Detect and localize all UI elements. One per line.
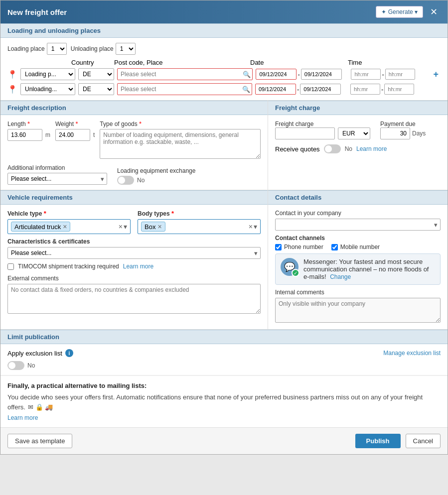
mobile-label: Mobile number bbox=[340, 244, 380, 250]
channels-checkboxes: Phone number Mobile number bbox=[275, 244, 441, 250]
alt-truck-icon: 🚚 bbox=[45, 403, 53, 411]
unloading-date-from[interactable] bbox=[255, 84, 296, 95]
phone-checkbox[interactable] bbox=[275, 244, 282, 250]
modal-title: New freight offer bbox=[7, 8, 67, 16]
currency-select[interactable]: EUR bbox=[338, 127, 370, 139]
charge-amount-input[interactable] bbox=[275, 127, 335, 139]
cancel-button[interactable]: Cancel bbox=[406, 434, 441, 448]
alt-learn-more[interactable]: Learn more bbox=[7, 414, 38, 421]
exclusion-info-icon[interactable]: i bbox=[65, 349, 73, 357]
loading-place-control: Loading place 1 bbox=[7, 43, 67, 55]
footer-left: Save as template bbox=[7, 434, 72, 448]
save-template-button[interactable]: Save as template bbox=[7, 434, 72, 448]
modal-footer: Save as template Publish Cancel bbox=[0, 427, 448, 454]
limit-body: Apply exclusion list i Manage exclusion … bbox=[0, 344, 448, 375]
external-comments-group: External comments bbox=[7, 275, 261, 315]
tracking-learn-more[interactable]: Learn more bbox=[123, 263, 153, 270]
alternative-box: Finally, a practical alternative to mail… bbox=[0, 375, 448, 427]
loading-exchange-label: Loading equipment exchange bbox=[117, 167, 195, 174]
receive-quotes-toggle[interactable] bbox=[324, 144, 341, 153]
loading-exchange-group: Loading equipment exchange No bbox=[117, 167, 195, 185]
loading-exchange-toggle-wrap: No bbox=[117, 176, 195, 185]
tracking-row: TIMOCOM shipment tracking required Learn… bbox=[7, 263, 261, 270]
vehicle-type-clear-btn[interactable]: × bbox=[119, 223, 123, 231]
add-row-button[interactable]: + bbox=[431, 69, 441, 80]
weight-input[interactable] bbox=[55, 129, 90, 141]
goods-type-textarea[interactable] bbox=[100, 129, 261, 159]
col-header-country: Country bbox=[71, 59, 111, 66]
body-type-dropdown-btn[interactable]: ▾ bbox=[254, 223, 257, 231]
payment-due-input[interactable] bbox=[380, 127, 410, 139]
length-label: Length * bbox=[7, 120, 50, 127]
loading-date-from[interactable] bbox=[256, 69, 297, 80]
body-type-multiselect[interactable]: Box × × ▾ bbox=[138, 219, 261, 234]
freight-desc-col: Freight description Length * m bbox=[0, 101, 268, 190]
publish-button[interactable]: Publish bbox=[355, 434, 401, 448]
contact-company-label: Contact in your company bbox=[275, 210, 441, 217]
loading-type-select[interactable]: Loading p... bbox=[20, 68, 75, 80]
vehicle-type-dropdown-btn[interactable]: ▾ bbox=[124, 223, 127, 231]
loading-time-range: - bbox=[351, 69, 428, 80]
external-comments-textarea[interactable] bbox=[7, 284, 261, 314]
loading-place-select[interactable]: 1 bbox=[47, 43, 67, 55]
body-type-tag-remove[interactable]: × bbox=[157, 223, 161, 231]
vehicle-type-tag-label: Articulated truck bbox=[14, 223, 61, 231]
loading-date-range: - bbox=[256, 69, 348, 80]
external-comments-label: External comments bbox=[7, 275, 261, 282]
loading-time-from[interactable] bbox=[351, 69, 381, 80]
vehicle-type-multiselect[interactable]: Articulated truck × × ▾ bbox=[7, 219, 131, 234]
contact-company-select[interactable] bbox=[275, 219, 441, 231]
weight-label: Weight * bbox=[55, 120, 95, 127]
place-count-row: Loading place 1 Unloading place 1 bbox=[7, 43, 441, 55]
loading-date-to[interactable] bbox=[301, 69, 342, 80]
internal-comments-textarea[interactable] bbox=[275, 298, 441, 323]
loading-postcode-input[interactable] bbox=[117, 68, 253, 80]
close-button[interactable]: ✕ bbox=[427, 5, 441, 18]
unloading-date-to[interactable] bbox=[300, 84, 341, 95]
unloading-postcode-input[interactable] bbox=[117, 83, 252, 95]
freight-charge-row: Freight charge EUR Payment due Days bbox=[275, 120, 441, 139]
freight-charge-body: Freight charge EUR Payment due Days bbox=[268, 115, 448, 158]
length-input[interactable] bbox=[7, 129, 42, 141]
loading-search-icon[interactable]: 🔍 bbox=[243, 71, 251, 78]
loading-exchange-no-label: No bbox=[137, 177, 145, 184]
tracking-checkbox[interactable] bbox=[7, 263, 14, 270]
receive-quotes-label: Receive quotes bbox=[275, 145, 320, 153]
col-header-date: Date bbox=[250, 59, 345, 66]
manage-exclusion-link[interactable]: Manage exclusion list bbox=[383, 350, 441, 357]
vehicle-type-tag-remove[interactable]: × bbox=[63, 223, 67, 231]
body-type-clear-btn[interactable]: × bbox=[249, 223, 253, 231]
vehicle-contact-two-col: Vehicle requirements Vehicle type * Arti… bbox=[0, 190, 448, 329]
unloading-time-to[interactable] bbox=[384, 84, 414, 95]
unloading-country-select[interactable]: DE bbox=[78, 83, 114, 95]
channels-label: Contact channels bbox=[275, 235, 441, 242]
mobile-checkbox[interactable] bbox=[331, 244, 338, 250]
unloading-time-from[interactable] bbox=[350, 84, 380, 95]
loading-exchange-toggle[interactable] bbox=[117, 176, 134, 185]
additional-info-select[interactable]: Please select... bbox=[7, 173, 107, 185]
freight-fields-row: Length * m Weight * t bbox=[7, 120, 261, 160]
exclusion-label: Apply exclusion list bbox=[7, 350, 62, 357]
exclusion-left: Apply exclusion list i bbox=[7, 349, 73, 357]
additional-info-label: Additional information bbox=[7, 164, 107, 171]
messenger-box: 💬 ✓ Messenger: Your fastest and most sec… bbox=[275, 253, 441, 285]
time-sep-2: - bbox=[381, 86, 383, 93]
vehicle-body: Vehicle type * Articulated truck × × ▾ bbox=[0, 205, 268, 320]
exclusion-row: Apply exclusion list i Manage exclusion … bbox=[7, 349, 441, 357]
receive-quotes-learn-more[interactable]: Learn more bbox=[356, 145, 387, 152]
date-sep-1: - bbox=[298, 71, 299, 78]
messenger-text: Messenger: Your fastest and most secure … bbox=[303, 258, 429, 280]
messenger-change-link[interactable]: Change bbox=[330, 273, 351, 280]
messenger-text-block: Messenger: Your fastest and most secure … bbox=[303, 258, 435, 280]
loading-country-select[interactable]: DE bbox=[78, 68, 114, 80]
unloading-place-select[interactable]: 1 bbox=[116, 43, 136, 55]
exclusion-toggle[interactable] bbox=[7, 361, 24, 370]
loading-time-to[interactable] bbox=[385, 69, 415, 80]
weight-group: Weight * t bbox=[55, 120, 95, 141]
unloading-search-icon[interactable]: 🔍 bbox=[242, 86, 250, 93]
unloading-location-icon: 📍 bbox=[7, 85, 17, 94]
modal: New freight offer ✦ Generate ▾ ✕ Loading… bbox=[0, 0, 448, 455]
unloading-type-select[interactable]: Unloading... bbox=[20, 83, 75, 95]
generate-button[interactable]: ✦ Generate ▾ bbox=[376, 6, 423, 18]
characteristics-select[interactable]: Please select... bbox=[7, 247, 261, 259]
